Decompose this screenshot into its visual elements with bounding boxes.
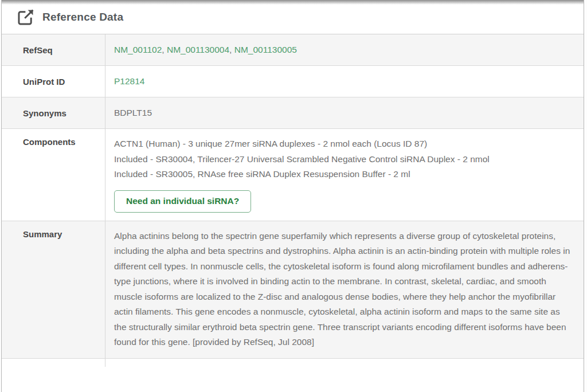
table-row-uniprot: UniProt ID P12814 xyxy=(2,66,584,97)
row-value-uniprot: P12814 xyxy=(105,66,584,97)
refseq-link-1[interactable]: NM_001102 xyxy=(114,45,162,54)
next-row-content-cell xyxy=(105,359,584,367)
next-row-label-cell xyxy=(2,359,105,367)
table-row-components: Components ACTN1 (Human) - 3 unique 27me… xyxy=(2,129,584,221)
row-label-summary: Summary xyxy=(2,221,105,358)
table-row-next-partial xyxy=(2,359,584,367)
uniprot-link[interactable]: P12814 xyxy=(114,74,144,89)
synonyms-value: BDPLT15 xyxy=(114,105,152,121)
row-value-refseq: NM_001102, NM_001130004, NM_001130005 xyxy=(105,34,584,65)
reference-data-card: Reference Data RefSeq NM_001102, NM_0011… xyxy=(1,0,584,392)
external-link-icon[interactable] xyxy=(16,7,36,27)
need-individual-sirna-button[interactable]: Need an individual siRNA? xyxy=(114,190,251,213)
summary-text: Alpha actinins belong to the spectrin ge… xyxy=(114,229,571,350)
refseq-separator-2: , xyxy=(229,45,234,54)
table-row-summary: Summary Alpha actinins belong to the spe… xyxy=(2,221,584,359)
refseq-link-3[interactable]: NM_001130005 xyxy=(234,45,297,54)
row-value-components: ACTN1 (Human) - 3 unique 27mer siRNA dup… xyxy=(105,129,584,221)
row-label-synonyms: Synonyms xyxy=(2,97,105,128)
components-line-3: Included - SR30005, RNAse free siRNA Dup… xyxy=(114,167,571,182)
row-label-uniprot: UniProt ID xyxy=(2,66,105,97)
table-row-refseq: RefSeq NM_001102, NM_001130004, NM_00113… xyxy=(2,34,584,66)
row-label-refseq: RefSeq xyxy=(2,34,105,65)
row-value-synonyms: BDPLT15 xyxy=(105,97,584,128)
row-label-components: Components xyxy=(2,129,105,221)
reference-data-table: RefSeq NM_001102, NM_001130004, NM_00113… xyxy=(2,34,584,367)
table-row-synonyms: Synonyms BDPLT15 xyxy=(2,97,584,129)
refseq-link-2[interactable]: NM_001130004 xyxy=(167,45,229,54)
components-line-2: Included - SR30004, Trilencer-27 Univers… xyxy=(114,152,571,167)
reference-data-header: Reference Data xyxy=(2,0,584,34)
row-value-summary: Alpha actinins belong to the spectrin ge… xyxy=(105,221,584,358)
section-title: Reference Data xyxy=(42,11,123,23)
refseq-separator-1: , xyxy=(162,45,167,54)
components-line-1: ACTN1 (Human) - 3 unique 27mer siRNA dup… xyxy=(114,136,571,152)
